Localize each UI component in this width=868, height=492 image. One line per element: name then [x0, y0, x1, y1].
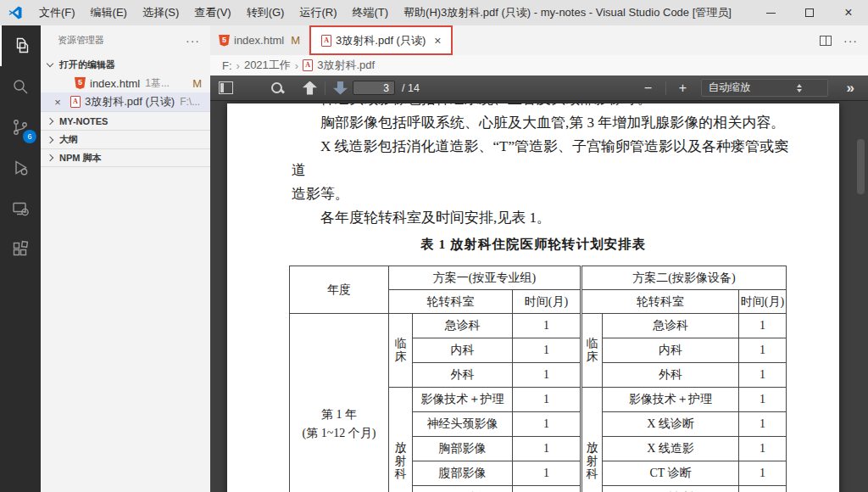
pdf-file-icon: A: [70, 96, 81, 108]
dept-cell: 肌骨影像: [413, 486, 513, 492]
time-cell: 1: [739, 363, 787, 388]
sidebar-item-my-notes[interactable]: MY-NOTES: [41, 111, 210, 130]
page-count: / 14: [402, 82, 420, 94]
col-header-year: 年度: [290, 266, 389, 314]
time-cell: 1: [739, 314, 787, 338]
col-header-dept1: 轮转科室: [389, 290, 513, 314]
zoom-in-button[interactable]: +: [674, 81, 693, 96]
editor-more-icon[interactable]: ···: [843, 34, 858, 48]
pdf-text-line: 胸部影像包括呼吸系统、心脏及大血管,第 3 年增加乳腺影像的相关内容。: [292, 111, 802, 135]
source-control-icon[interactable]: 6: [0, 107, 41, 148]
col-header-plan2: 方案二(按影像设备): [581, 266, 787, 290]
title-bar: 文件(F) 编辑(E) 选择(S) 查看(V) 转到(G) 运行(R) 终端(T…: [0, 0, 868, 25]
breadcrumb-drive[interactable]: F:: [222, 59, 232, 72]
pdf-search-icon[interactable]: [270, 81, 284, 95]
pdf-sidebar-toggle-icon[interactable]: [219, 81, 233, 94]
sidebar-item-npm-scripts[interactable]: NPM 脚本: [41, 148, 210, 167]
menu-edit[interactable]: 编辑(E): [83, 0, 135, 25]
maximize-button[interactable]: [790, 0, 829, 25]
chevron-right-icon: [47, 154, 53, 161]
time-cell: 1: [739, 338, 787, 363]
minimize-button[interactable]: [751, 0, 790, 25]
tab-index-html[interactable]: 5 index.html M: [210, 25, 309, 55]
rotation-plan-table: 年度 方案一(按亚专业组) 方案二(按影像设备) 轮转科室 时间(月) 轮转科室…: [289, 266, 787, 492]
sidebar-more-icon[interactable]: ···: [186, 34, 200, 48]
year-cell: 第 1 年(第 1~12 个月): [290, 314, 389, 492]
page-number-input[interactable]: [353, 81, 395, 95]
close-icon[interactable]: ×: [434, 34, 441, 48]
editor-area: 5 index.html M A 3放射科.pdf (只读) × ··· F: …: [210, 25, 868, 492]
extensions-icon[interactable]: [0, 229, 41, 270]
dept-cell: 外科: [413, 363, 513, 388]
menu-view[interactable]: 查看(V): [186, 0, 238, 25]
modified-badge: M: [291, 34, 300, 47]
tab-bar: 5 index.html M A 3放射科.pdf (只读) × ···: [210, 25, 868, 55]
search-icon[interactable]: [0, 66, 41, 107]
section-label: NPM 脚本: [59, 152, 102, 165]
scm-badge: 6: [23, 130, 36, 143]
table-title: 表 1 放射科住院医师轮转计划安排表: [227, 236, 839, 254]
next-page-icon[interactable]: [333, 81, 348, 95]
col-header-dept2: 轮转科室: [581, 290, 739, 314]
previous-page-icon[interactable]: [303, 81, 317, 95]
sidebar-item-outline[interactable]: 大纲: [41, 130, 210, 148]
open-editors-section[interactable]: 打开的编辑器: [41, 55, 210, 74]
time-cell: 1: [739, 412, 787, 437]
dept-cell: 内科: [603, 338, 739, 363]
sidebar-title: 资源管理器: [58, 34, 104, 47]
chevron-down-icon: [47, 60, 53, 67]
col-header-plan1: 方案一(按亚专业组): [389, 266, 581, 290]
menu-go[interactable]: 转到(G): [239, 0, 292, 25]
scrollbar-thumb[interactable]: [857, 139, 865, 194]
close-button[interactable]: ×: [829, 0, 868, 25]
chevron-right-icon: [47, 136, 53, 143]
explorer-icon[interactable]: [0, 25, 41, 66]
toolbar-divider: [325, 81, 326, 95]
open-editor-pdf[interactable]: × A 3放射科.pdf (只读) F:\...: [41, 92, 210, 111]
col-header-time2: 时间(月): [739, 290, 787, 314]
group-label-cell: 临 床: [581, 314, 603, 388]
zoom-out-button[interactable]: −: [639, 81, 658, 96]
toolbar-divider: [665, 81, 666, 95]
group-label-cell: 放 射 科: [389, 388, 413, 492]
tab-pdf[interactable]: A 3放射科.pdf (只读) ×: [309, 25, 453, 55]
open-editor-index-html[interactable]: 5 index.html 1基... M: [41, 74, 210, 92]
file-desc: 1基...: [145, 76, 170, 91]
pdf-viewer[interactable]: 神经头颈影像包括神经系统、五官及头颈部影像等。 胸部影像包括呼吸系统、心脏及大血…: [210, 101, 868, 492]
dept-cell: 胸部影像: [413, 437, 513, 461]
col-header-time1: 时间(月): [513, 290, 581, 314]
menu-file[interactable]: 文件(F): [31, 0, 83, 25]
pdf-toolbar: / 14 − + 自动缩放 »: [210, 75, 868, 101]
modified-badge: M: [192, 77, 202, 90]
zoom-mode-select[interactable]: 自动缩放: [701, 79, 828, 97]
dept-cell: CT 诊断: [603, 461, 739, 486]
table-row: 第 1 年(第 1~12 个月)临 床急诊科1临 床急诊科1: [290, 314, 787, 338]
run-debug-icon[interactable]: [0, 148, 41, 188]
time-cell: 1: [513, 461, 581, 486]
remote-explorer-icon[interactable]: [0, 188, 41, 229]
pdf-text-line: 造影等。: [292, 182, 802, 206]
dept-cell: 腹部影像: [413, 461, 513, 486]
html-file-icon: 5: [75, 77, 86, 89]
toolbar-overflow-icon[interactable]: »: [847, 80, 854, 97]
dept-cell: MR 诊断: [603, 486, 739, 492]
breadcrumb-folder[interactable]: 2021工作: [244, 58, 291, 73]
time-cell: 1: [513, 437, 581, 461]
pdf-text-line: 各年度轮转科室及时间安排,见表 1。: [292, 206, 802, 230]
time-cell: 1: [513, 363, 581, 388]
tab-label: index.html: [234, 34, 284, 47]
close-icon[interactable]: ×: [51, 96, 64, 109]
pdf-table-body: 第 1 年(第 1~12 个月)临 床急诊科1临 床急诊科1内科1内科1外科1外…: [290, 314, 787, 492]
time-cell: 1: [739, 461, 787, 486]
pdf-file-icon: A: [321, 35, 331, 47]
vscode-logo-icon: [8, 5, 23, 20]
menu-selection[interactable]: 选择(S): [135, 0, 186, 25]
split-editor-icon[interactable]: [820, 36, 832, 46]
group-label-cell: 临 床: [389, 314, 413, 388]
menu-run[interactable]: 运行(R): [292, 0, 344, 25]
breadcrumb-file[interactable]: 3放射科.pdf: [317, 58, 375, 73]
file-desc: F:\...: [180, 96, 200, 108]
explorer-sidebar: 资源管理器 ··· 打开的编辑器 5 index.html 1基... M × …: [41, 25, 210, 492]
pdf-file-icon: A: [303, 59, 313, 71]
menu-terminal[interactable]: 终端(T): [344, 0, 396, 25]
